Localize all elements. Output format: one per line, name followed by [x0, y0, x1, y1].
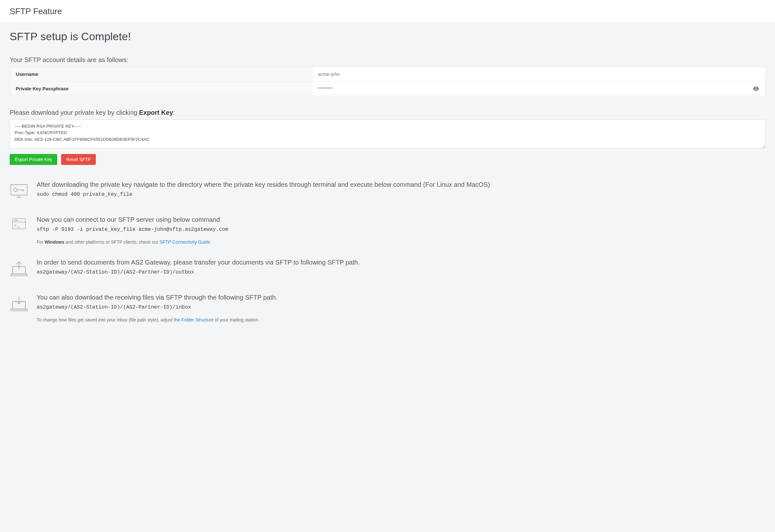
table-row: Private Key Passphrase ********	[10, 82, 765, 96]
account-details-table: Username acme-john Private Key Passphras…	[10, 67, 765, 96]
account-details-heading: Your SFTP account details are as follows…	[10, 56, 765, 64]
step-chmod: After downloading the private key naviga…	[10, 181, 765, 202]
step-connect: Now you can connect to our SFTP server u…	[10, 216, 765, 245]
export-heading-pre: Please download your private key by clic…	[10, 109, 139, 116]
username-label: Username	[10, 67, 312, 82]
export-heading-strong: Export Key	[139, 109, 173, 116]
export-key-heading: Please download your private key by clic…	[10, 109, 765, 116]
step-hint: To change how files get saved into your …	[37, 317, 765, 322]
hint-mid: and other platforms or SFTP clients, che…	[64, 239, 159, 245]
step-outbox: In order to send documents from AS2 Gate…	[10, 259, 765, 280]
step-code: sudo chmod 400 private_key_file	[37, 192, 765, 197]
folder-structure-link[interactable]: Folder Structure	[181, 317, 213, 322]
hint-strong: Windows	[45, 239, 64, 245]
page-title: SFTP setup is Complete!	[10, 30, 765, 43]
step-text: In order to send documents from AS2 Gate…	[37, 259, 765, 266]
hint-pre: For	[37, 239, 45, 245]
username-value: acme-john	[312, 67, 765, 82]
table-row: Username acme-john	[10, 67, 765, 82]
step-code: as2gateway/(AS2-Station-ID)/(AS2-Partner…	[37, 304, 765, 310]
step-text: You can also download the receiving file…	[37, 294, 765, 301]
content-area: SFTP setup is Complete! Your SFTP accoun…	[0, 23, 775, 356]
connectivity-guide-link[interactable]: SFTP Connectivity Guide	[159, 239, 210, 245]
download-laptop-icon	[10, 294, 28, 315]
header-title: SFTP Feature	[10, 6, 765, 16]
passphrase-value: ********	[318, 86, 332, 91]
eye-icon[interactable]	[753, 86, 759, 91]
upload-laptop-icon	[10, 259, 28, 280]
step-text: Now you can connect to our SFTP server u…	[37, 216, 765, 223]
step-code: as2gateway/(AS2-Station-ID)/(AS2-Partner…	[37, 269, 765, 275]
passphrase-label: Private Key Passphrase	[10, 82, 312, 96]
step-code: sftp -P 9193 -i private_key_file acme-jo…	[37, 227, 765, 232]
hint-pre: To change how files get saved into your …	[37, 317, 181, 322]
step-inbox: You can also download the receiving file…	[10, 294, 765, 322]
svg-rect-14	[11, 274, 27, 276]
svg-point-10	[15, 220, 16, 221]
export-heading-post: :	[173, 109, 175, 116]
reset-sftp-button[interactable]: Reset SFTP	[61, 154, 96, 165]
hint-post: of your trading station.	[213, 317, 259, 322]
page-header: SFTP Feature	[0, 0, 775, 23]
svg-point-3	[14, 188, 17, 192]
key-monitor-icon	[10, 181, 28, 202]
hint-post: .	[210, 239, 211, 245]
step-text: After downloading the private key naviga…	[37, 181, 765, 188]
svg-point-9	[14, 220, 15, 221]
step-hint: For Windows and other platforms or SFTP …	[37, 239, 765, 245]
terminal-icon	[10, 216, 28, 233]
private-key-textarea[interactable]	[10, 120, 765, 149]
export-private-key-button[interactable]: Export Private Key	[10, 154, 57, 165]
svg-rect-16	[11, 309, 27, 311]
svg-point-11	[17, 220, 17, 221]
